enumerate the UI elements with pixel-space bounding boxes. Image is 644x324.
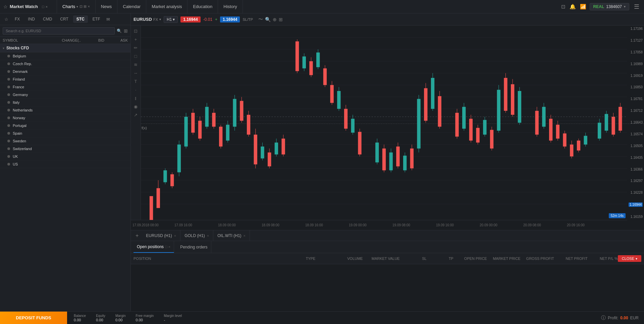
tab-etf[interactable]: ETF	[89, 15, 104, 23]
search-input[interactable]	[3, 27, 115, 35]
tab-pending-orders[interactable]: Pending orders	[177, 241, 211, 253]
category-stocks-cfd[interactable]: ▾ Stocks CFD	[0, 44, 130, 52]
close-all-button[interactable]: CLOSE ▾	[618, 255, 641, 262]
tab-crt[interactable]: CRT	[57, 15, 71, 23]
status-items: Balance 0.00 Equity 0.00 Margin 0.00 Fre…	[67, 314, 189, 322]
layer-icon[interactable]: ◉	[133, 103, 139, 110]
indicator-icon[interactable]: ⫿	[133, 95, 138, 102]
zoom-out-icon[interactable]: 🔍	[265, 17, 271, 22]
monitor-icon[interactable]: ⊡	[561, 4, 566, 10]
nav-education[interactable]: Education	[187, 0, 218, 13]
account-number: 1384607	[606, 4, 622, 9]
col-header-open-price: OPEN PRICE	[453, 257, 487, 261]
grid-icon[interactable]: ⊞	[124, 28, 128, 34]
chart-tab-close-eurusd[interactable]: ×	[174, 234, 176, 238]
positions-tab-close-icon[interactable]: □ ×	[165, 245, 170, 249]
chart-tab-gold[interactable]: GOLD (H1) ×	[180, 230, 213, 241]
svg-rect-115	[518, 91, 521, 123]
cursor-tool-icon[interactable]: ⊡	[133, 28, 139, 35]
chart-container: ⊡ + ✏ □ ≋ ↔ T · ⫿ ◉ ↗ f(x)	[131, 26, 644, 230]
wifi-icon: 📶	[580, 4, 586, 10]
list-item[interactable]: Norway	[0, 114, 130, 122]
time-tick: 19.09 00:00	[349, 223, 367, 227]
account-badge[interactable]: REAL 1384607 ▾	[590, 3, 629, 10]
fib-tool-icon[interactable]: ≋	[133, 61, 139, 68]
history-label: History	[223, 4, 237, 9]
nav-charts[interactable]: Charts ▾ ⊡ ⊞ ×	[57, 0, 96, 13]
positions-panel: Open positions □ × Pending orders POSITI…	[131, 241, 644, 311]
svg-rect-39	[226, 125, 229, 140]
list-item[interactable]: UK	[0, 153, 130, 160]
chart-symbol-selector[interactable]: EURUSD FX ▾	[133, 17, 161, 22]
symbol-label: France	[13, 85, 128, 89]
svg-rect-77	[375, 143, 379, 163]
symbol-label: Sweden	[13, 139, 128, 143]
margin-item: Margin 0.00	[115, 314, 126, 322]
list-item[interactable]: Netherlands	[0, 106, 130, 114]
minimize-icon[interactable]: □	[42, 5, 44, 9]
symbol-dot	[7, 163, 10, 166]
share-icon[interactable]: ↗	[133, 111, 139, 119]
status-bar-right: ⓘ Profit: 0.00 EUR	[596, 315, 644, 321]
crosshair-icon[interactable]: +	[133, 36, 138, 43]
tab-icon-mail[interactable]: ✉	[105, 16, 112, 23]
list-item[interactable]: Czech Rep.	[0, 60, 130, 68]
chart-tab-close-gold[interactable]: ×	[207, 234, 209, 238]
star-icon[interactable]: ☆	[3, 4, 8, 9]
rect-tool-icon[interactable]: □	[133, 53, 138, 60]
nav-news[interactable]: News	[96, 0, 118, 13]
tab-stc[interactable]: STC	[73, 15, 88, 23]
svg-rect-123	[556, 125, 559, 138]
list-item[interactable]: Finland	[0, 76, 130, 83]
list-item[interactable]: US	[0, 160, 130, 168]
svg-rect-55	[281, 139, 285, 154]
measure-icon[interactable]: ↔	[132, 70, 139, 77]
dot-tool-icon[interactable]: ·	[134, 86, 138, 93]
text-tool-icon[interactable]: T	[133, 78, 138, 85]
market-watch-panel-title: ☆ Market Watch □ ×	[0, 0, 57, 13]
tab-cmd[interactable]: CMD	[40, 15, 55, 23]
svg-rect-137	[611, 117, 615, 135]
hamburger-icon[interactable]: ☰	[634, 3, 639, 10]
svg-rect-47	[254, 135, 257, 165]
list-item[interactable]: Spain	[0, 130, 130, 137]
tab-icon-star[interactable]: ☆	[3, 16, 10, 23]
list-item[interactable]: Sweden	[0, 137, 130, 145]
chart-tab-close-oilwti[interactable]: ×	[244, 234, 246, 238]
timeframe-selector[interactable]: H1 ▾	[164, 16, 178, 23]
svg-rect-67	[330, 85, 333, 103]
nav-market-analysis[interactable]: Market analysis	[146, 0, 187, 13]
tab-fx[interactable]: FX	[11, 15, 23, 23]
list-item[interactable]: Denmark	[0, 68, 130, 76]
wave-tool-icon[interactable]: 〜	[258, 16, 263, 22]
list-item[interactable]: France	[0, 83, 130, 91]
window-controls: □ ×	[42, 5, 48, 9]
bell-icon[interactable]: 🔔	[570, 4, 576, 10]
symbol-label: Netherlands	[13, 108, 128, 112]
price-tick: 1.16781	[629, 97, 643, 101]
market-analysis-label: Market analysis	[152, 4, 182, 9]
tab-ind[interactable]: IND	[24, 15, 38, 23]
svg-rect-139	[619, 107, 622, 131]
list-item[interactable]: Switzerland	[0, 145, 130, 153]
svg-rect-71	[344, 109, 347, 129]
nav-history[interactable]: History	[218, 0, 243, 13]
list-item[interactable]: Germany	[0, 91, 130, 99]
list-item[interactable]: Italy	[0, 99, 130, 106]
nav-calendar[interactable]: Calendar	[117, 0, 146, 13]
pen-tool-icon[interactable]: ✏	[133, 44, 139, 51]
chart-tab-oilwti[interactable]: OIL.WTI (H1) ×	[213, 230, 250, 241]
charts-dropdown-icon: ▾	[76, 5, 78, 8]
close-icon[interactable]: ×	[46, 5, 48, 9]
nav-icons[interactable]: ⊡ ⊞ ×	[79, 4, 90, 9]
zoom-in-icon[interactable]: ⊕	[273, 17, 277, 22]
tab-open-positions[interactable]: Open positions □ ×	[133, 241, 174, 253]
add-chart-button[interactable]: +	[132, 233, 142, 239]
chart-tab-eurusd[interactable]: EURUSD (H1) ×	[142, 230, 180, 241]
news-label: News	[101, 4, 112, 9]
more-tools-icon[interactable]: ⊞	[279, 17, 283, 22]
deposit-funds-button[interactable]: DEPOSIT FUNDS	[0, 312, 67, 324]
list-item[interactable]: Portugal	[0, 122, 130, 130]
list-item[interactable]: Belgium	[0, 52, 130, 60]
search-icon[interactable]: 🔍	[117, 29, 122, 33]
